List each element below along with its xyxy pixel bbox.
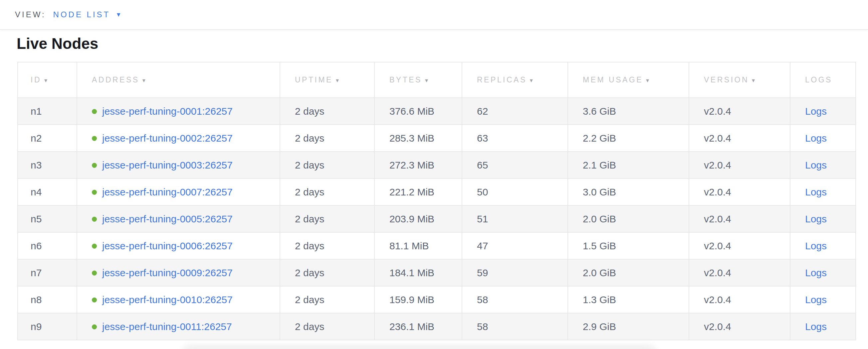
cell-value: n6 (31, 240, 41, 251)
cell-value: 2.2 GiB (583, 133, 616, 144)
cell-value: 63 (477, 133, 488, 144)
cell-value: v2.0.4 (704, 294, 731, 305)
cell-value: 2 days (295, 186, 324, 198)
sort-caret-icon: ▾ (143, 77, 146, 84)
node-logs-link[interactable]: Logs (805, 160, 827, 171)
node-mem-usage-cell: 1.3 GiB (568, 286, 689, 313)
node-address-cell: jesse-perf-tuning-0003:26257 (77, 151, 280, 178)
node-address-link[interactable]: jesse-perf-tuning-0010:26257 (102, 294, 232, 305)
column-header-label: ADDRESS (92, 75, 140, 84)
node-id-cell: n8 (18, 286, 77, 313)
node-live-status-icon (92, 271, 97, 276)
cell-value: 58 (477, 294, 488, 305)
cell-value: n3 (31, 160, 41, 171)
node-version-cell: v2.0.4 (689, 205, 790, 232)
node-bytes-cell: 376.6 MiB (374, 98, 462, 125)
table-row: n4jesse-perf-tuning-0007:262572 days221.… (18, 178, 856, 205)
table-row: n3jesse-perf-tuning-0003:262572 days272.… (18, 151, 856, 178)
node-logs-link[interactable]: Logs (805, 240, 827, 251)
cell-value: 159.9 MiB (390, 294, 434, 305)
node-logs-link[interactable]: Logs (805, 133, 827, 144)
node-replicas-cell: 58 (462, 313, 568, 340)
node-address-cell: jesse-perf-tuning-0010:26257 (77, 286, 280, 313)
node-logs-link[interactable]: Logs (805, 106, 827, 117)
cell-value: 2.0 GiB (583, 213, 616, 224)
node-address-link[interactable]: jesse-perf-tuning-0005:26257 (102, 213, 232, 224)
node-id-cell: n1 (18, 98, 77, 125)
cell-value: 2 days (295, 160, 324, 171)
node-uptime-cell: 2 days (280, 125, 374, 151)
node-logs-link[interactable]: Logs (805, 321, 827, 332)
node-live-status-icon (92, 298, 97, 303)
cell-value: n5 (31, 213, 41, 224)
node-logs-cell: Logs (790, 232, 856, 259)
cell-value: 376.6 MiB (390, 106, 434, 117)
node-version-cell: v2.0.4 (689, 232, 790, 259)
node-live-status-icon (92, 109, 97, 114)
node-logs-link[interactable]: Logs (805, 267, 827, 278)
cell-value: 2.9 GiB (583, 321, 616, 332)
node-id-cell: n6 (18, 232, 77, 259)
cell-value: v2.0.4 (704, 213, 731, 224)
column-header-id[interactable]: ID▾ (18, 62, 77, 98)
column-header-uptime[interactable]: UPTIME▾ (280, 62, 374, 98)
column-header-replicas[interactable]: REPLICAS▾ (462, 62, 568, 98)
column-header-address[interactable]: ADDRESS▾ (77, 62, 280, 98)
node-live-status-icon (92, 324, 97, 329)
cell-value: 285.3 MiB (390, 133, 434, 144)
node-address-link[interactable]: jesse-perf-tuning-0011:26257 (102, 321, 232, 332)
node-live-status-icon (92, 136, 97, 141)
node-replicas-cell: 63 (462, 125, 568, 151)
cell-value: 1.3 GiB (583, 294, 616, 305)
node-address-link[interactable]: jesse-perf-tuning-0002:26257 (102, 133, 232, 144)
node-address-link[interactable]: jesse-perf-tuning-0006:26257 (102, 240, 232, 251)
node-address-link[interactable]: jesse-perf-tuning-0003:26257 (102, 160, 232, 171)
node-bytes-cell: 184.1 MiB (374, 259, 462, 286)
node-bytes-cell: 203.9 MiB (374, 205, 462, 232)
node-logs-link[interactable]: Logs (805, 213, 827, 224)
sort-caret-icon: ▾ (752, 77, 755, 84)
node-live-status-icon (92, 163, 97, 168)
node-logs-cell: Logs (790, 313, 856, 340)
table-row: n6jesse-perf-tuning-0006:262572 days81.1… (18, 232, 856, 259)
node-address-link[interactable]: jesse-perf-tuning-0001:26257 (102, 106, 232, 117)
cell-value: n7 (31, 267, 41, 278)
node-uptime-cell: 2 days (280, 286, 374, 313)
column-header-bytes[interactable]: BYTES▾ (374, 62, 462, 98)
cell-value: 47 (477, 240, 488, 251)
cell-value: 272.3 MiB (390, 160, 434, 171)
view-label: VIEW: (15, 10, 46, 19)
node-logs-link[interactable]: Logs (805, 294, 827, 305)
cell-value: n9 (31, 321, 41, 332)
cell-value: 81.1 MiB (390, 240, 429, 251)
cell-value: 221.2 MiB (390, 186, 434, 198)
node-version-cell: v2.0.4 (689, 286, 790, 313)
node-uptime-cell: 2 days (280, 178, 374, 205)
node-id-cell: n7 (18, 259, 77, 286)
node-address-cell: jesse-perf-tuning-0006:26257 (77, 232, 280, 259)
cell-value: n4 (31, 186, 41, 198)
node-bytes-cell: 272.3 MiB (374, 151, 462, 178)
view-dropdown[interactable]: NODE LIST ▼ (53, 10, 122, 19)
node-replicas-cell: 50 (462, 178, 568, 205)
cell-value: v2.0.4 (704, 160, 731, 171)
node-id-cell: n4 (18, 178, 77, 205)
node-replicas-cell: 58 (462, 286, 568, 313)
node-version-cell: v2.0.4 (689, 178, 790, 205)
node-uptime-cell: 2 days (280, 259, 374, 286)
table-row: n9jesse-perf-tuning-0011:262572 days236.… (18, 313, 856, 340)
column-header-mem-usage[interactable]: MEM USAGE▾ (568, 62, 689, 98)
column-header-label: ID (31, 75, 41, 84)
node-address-cell: jesse-perf-tuning-0011:26257 (77, 313, 280, 340)
node-address-link[interactable]: jesse-perf-tuning-0009:26257 (102, 267, 232, 278)
node-replicas-cell: 47 (462, 232, 568, 259)
column-header-logs: LOGS (790, 62, 856, 98)
node-address-link[interactable]: jesse-perf-tuning-0007:26257 (102, 186, 232, 198)
cell-value: 2 days (295, 213, 324, 224)
node-logs-link[interactable]: Logs (805, 186, 827, 198)
node-mem-usage-cell: 3.6 GiB (568, 98, 689, 125)
table-body: n1jesse-perf-tuning-0001:262572 days376.… (18, 98, 856, 340)
node-id-cell: n2 (18, 125, 77, 151)
node-mem-usage-cell: 2.2 GiB (568, 125, 689, 151)
column-header-version[interactable]: VERSION▾ (689, 62, 790, 98)
